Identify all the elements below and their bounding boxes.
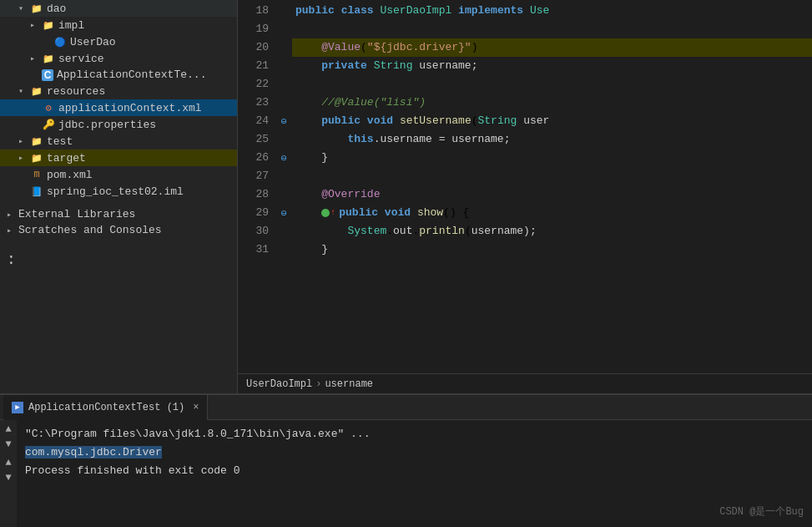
code-line-24: public void setUsername(String user <box>292 112 812 130</box>
code-editor: 18 19 20 21 22 23 24 25 26 27 28 29 30 3… <box>238 0 812 393</box>
tree-label: resources <box>47 85 105 98</box>
gutter-24: ⊖ <box>275 112 292 130</box>
line-num-28: 28 <box>238 185 269 204</box>
breadcrumb-member: username <box>325 378 373 390</box>
terminal-output: "C:\Program files\Java\jdk1.8.0_171\bin\… <box>17 420 812 527</box>
tree-label: Scratches and Consoles <box>18 224 162 236</box>
tree-label: UserDao <box>70 36 116 48</box>
iml-icon: 📘 <box>30 185 43 198</box>
tree-item-target[interactable]: ▸ 📁 target <box>0 149 237 166</box>
gutter-30 <box>275 222 292 241</box>
tree-item-userdao[interactable]: 🔵 UserDao <box>0 33 237 50</box>
line-num-30: 30 <box>238 222 269 241</box>
code-line-22 <box>292 75 812 94</box>
sidebar-item-external-libs[interactable]: ▸ External Libraries <box>0 206 237 222</box>
folder-icon: 📁 <box>30 151 43 165</box>
breadcrumb: UserDaoImpl › username <box>238 373 812 393</box>
run-tab-icon: ▶ <box>12 402 23 413</box>
code-line-26: } <box>292 149 812 167</box>
code-line-30: System.out.println(username); <box>292 222 812 241</box>
tree-label: target <box>47 152 86 165</box>
tree-item-jdbc-props[interactable]: 🔑 jdbc.properties <box>0 116 237 133</box>
xml-icon: ⚙ <box>42 101 55 114</box>
tree-item-test[interactable]: ▸ 📁 test <box>0 133 237 149</box>
code-line-31: } <box>292 241 812 259</box>
editor-gutter: ⊖ ⊖ ⊖ <box>275 0 292 373</box>
tree-label: applicationContext.xml <box>58 102 202 114</box>
line-num-20: 20 <box>238 38 269 57</box>
selected-output: com.mysql.jdbc.Driver <box>25 446 162 459</box>
run-tab[interactable]: ▶ ApplicationContextTest (1) × <box>3 395 208 420</box>
cursor-indicator: : <box>0 251 237 268</box>
line-num-25: 25 <box>238 130 269 149</box>
code-line-19 <box>292 20 812 38</box>
scroll-up2-arrow[interactable]: ▲ <box>5 457 11 469</box>
line-numbers: 18 19 20 21 22 23 24 25 26 27 28 29 30 3… <box>238 0 275 373</box>
tree-item-appcontexttest[interactable]: C ApplicationContextTe... <box>0 67 237 83</box>
chevron-icon: ▸ <box>30 53 40 63</box>
tree-item-pom[interactable]: m pom.xml <box>0 166 237 183</box>
code-line-18: public class UserDaoImpl implements Use <box>292 2 812 20</box>
code-line-25: this.username = username; <box>292 130 812 149</box>
folder-icon: 📁 <box>30 84 43 98</box>
gutter-18 <box>275 2 292 20</box>
tree-item-service[interactable]: ▸ 📁 service <box>0 50 237 67</box>
chevron-icon: ▸ <box>7 210 17 220</box>
line-num-19: 19 <box>238 20 269 38</box>
folder-icon: 📁 <box>42 52 55 65</box>
run-tab-label: ApplicationContextTest (1) <box>28 402 184 413</box>
line-num-27: 27 <box>238 167 269 185</box>
breadcrumb-separator: › <box>315 378 321 390</box>
folder-icon: 📁 <box>42 18 55 32</box>
gutter-22 <box>275 75 292 94</box>
chevron-icon: ▸ <box>30 20 40 30</box>
line-num-31: 31 <box>238 241 269 259</box>
tree-item-resources[interactable]: ▾ 📁 resources <box>0 83 237 99</box>
terminal-line-1: "C:\Program files\Java\jdk1.8.0_171\bin\… <box>25 425 804 443</box>
line-num-18: 18 <box>238 2 269 20</box>
chevron-icon: ▾ <box>18 86 28 96</box>
tree-item-impl[interactable]: ▸ 📁 impl <box>0 17 237 33</box>
file-tree: ▾ 📁 dao ▸ 📁 impl 🔵 UserDao ▸ 📁 service C… <box>0 0 238 393</box>
sidebar-item-scratches[interactable]: ▸ Scratches and Consoles <box>0 222 237 238</box>
tree-label: test <box>47 135 73 148</box>
gutter-29: ⊖ <box>275 204 292 222</box>
tree-item-appcontext-xml[interactable]: ⚙ applicationContext.xml <box>0 99 237 116</box>
gutter-28 <box>275 185 292 204</box>
terminal-scroll-arrows: ▲ ▼ ▲ ▼ <box>0 420 17 527</box>
tree-item-iml[interactable]: 📘 spring_ioc_test02.iml <box>0 183 237 200</box>
bottom-tab-bar: ▶ ApplicationContextTest (1) × <box>0 395 812 420</box>
close-tab-button[interactable]: × <box>193 402 199 413</box>
line-num-21: 21 <box>238 57 269 75</box>
tree-label: impl <box>58 19 84 32</box>
scroll-down2-arrow[interactable]: ▼ <box>5 472 11 484</box>
scroll-down-arrow[interactable]: ▼ <box>5 438 11 450</box>
tree-label: jdbc.properties <box>58 119 156 131</box>
properties-icon: 🔑 <box>42 118 55 131</box>
line-num-23: 23 <box>238 94 269 112</box>
terminal-line-4: Process finished with exit code 0 <box>25 462 804 480</box>
line-num-24: 24 <box>238 112 269 130</box>
line-num-22: 22 <box>238 75 269 94</box>
gutter-25 <box>275 130 292 149</box>
interface-icon: 🔵 <box>53 35 67 48</box>
code-line-29: ↑ public void show() { <box>292 204 812 222</box>
java-icon: C <box>42 69 53 81</box>
pom-icon: m <box>30 168 43 181</box>
code-line-27 <box>292 167 812 185</box>
tree-label: spring_ioc_test02.iml <box>47 185 184 198</box>
tree-label: dao <box>47 3 66 15</box>
tree-label: ApplicationContextTe... <box>57 68 206 81</box>
breadcrumb-file: UserDaoImpl <box>246 378 312 390</box>
scroll-up-arrow[interactable]: ▲ <box>5 423 11 435</box>
code-content[interactable]: public class UserDaoImpl implements Use … <box>292 0 812 373</box>
folder-icon: 📁 <box>30 134 43 148</box>
gutter-27 <box>275 167 292 185</box>
line-num-29: 29 <box>238 204 269 222</box>
tree-label: External Libraries <box>18 208 135 220</box>
code-line-21: private String username; <box>292 57 812 75</box>
code-line-23: //@Value("lisi") <box>292 94 812 112</box>
chevron-icon: ▸ <box>18 136 28 146</box>
tree-item-dao[interactable]: ▾ 📁 dao <box>0 0 237 17</box>
gutter-26: ⊖ <box>275 149 292 167</box>
